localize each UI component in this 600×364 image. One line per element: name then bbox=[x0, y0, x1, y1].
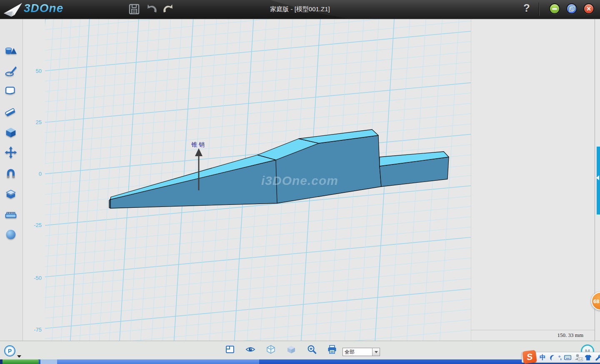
svg-text:-25: -25 bbox=[34, 222, 42, 228]
close-button[interactable]: ✕ bbox=[583, 3, 594, 14]
panel-collapse-strip[interactable] bbox=[597, 147, 600, 214]
sogou-logo-icon[interactable]: S bbox=[522, 350, 537, 364]
ime-mode-toggle[interactable]: 中 bbox=[540, 354, 546, 362]
sketch-icon[interactable] bbox=[5, 65, 17, 77]
profile-corner-button[interactable]: P bbox=[4, 345, 15, 357]
visibility-eye-icon[interactable] bbox=[245, 344, 255, 354]
keyboard-icon[interactable] bbox=[564, 355, 571, 360]
filter-selected-value: 全部 bbox=[343, 348, 372, 356]
window-title: 家庭版 - [模型001.Z1] bbox=[0, 5, 600, 13]
restore-button[interactable] bbox=[566, 3, 577, 14]
collapse-left-arrow-icon[interactable] bbox=[596, 175, 599, 180]
scene-svg[interactable]: 50250-25-50-75 i3DOne.com 锥销 bbox=[23, 19, 600, 341]
model-annotation-label: 锥销 bbox=[191, 141, 206, 148]
restore-icon bbox=[569, 6, 574, 11]
status-cell-border bbox=[471, 330, 595, 330]
wrench-settings-icon[interactable] bbox=[595, 354, 600, 361]
svg-text:0: 0 bbox=[39, 171, 42, 177]
axis-labels: 50250-25-50-75 bbox=[34, 68, 42, 333]
close-icon: ✕ bbox=[586, 6, 591, 12]
left-toolbar bbox=[0, 19, 23, 341]
measurement-readout: 150. 33 mm bbox=[538, 332, 583, 339]
primitives-icon[interactable] bbox=[5, 45, 17, 57]
svg-text:-75: -75 bbox=[34, 327, 42, 333]
watermark-text: i3DOne.com bbox=[261, 174, 338, 187]
help-button[interactable]: ? bbox=[523, 2, 530, 15]
bottom-toolbar: 全部 bbox=[0, 341, 600, 359]
profile-caret-icon[interactable] bbox=[17, 355, 21, 358]
viewport-canvas[interactable]: 50250-25-50-75 i3DOne.com 锥销 bbox=[23, 19, 600, 341]
minimize-icon bbox=[552, 8, 557, 10]
magnet-icon[interactable] bbox=[5, 167, 17, 180]
move-icon[interactable] bbox=[5, 146, 17, 159]
combine-icon[interactable] bbox=[5, 187, 17, 200]
zoom-search-icon[interactable] bbox=[307, 344, 317, 354]
ime-tray-bar: S 中 °, 14 bbox=[522, 352, 600, 363]
moon-icon[interactable] bbox=[549, 354, 555, 361]
start-button-sliver[interactable] bbox=[2, 359, 39, 364]
title-bar: 3DOne 家庭版 - [模型001.Z1] ? ✕ bbox=[0, 0, 600, 19]
filter-dropdown[interactable]: 全部 bbox=[342, 348, 380, 356]
active-task-sliver[interactable] bbox=[57, 359, 259, 364]
chevron-down-icon bbox=[375, 351, 378, 353]
quicklaunch-sliver[interactable] bbox=[40, 359, 57, 364]
print-icon[interactable] bbox=[327, 344, 337, 354]
punctuation-toggle-icon[interactable]: °, bbox=[558, 354, 561, 361]
user-level-badge: 14 bbox=[578, 357, 583, 361]
surface-icon[interactable] bbox=[5, 85, 17, 97]
titlebar-separator bbox=[539, 2, 539, 16]
sweep-icon[interactable] bbox=[5, 106, 17, 119]
svg-text:-50: -50 bbox=[34, 275, 42, 281]
skin-shirt-icon[interactable] bbox=[585, 354, 592, 361]
model-face-left-tip[interactable] bbox=[109, 199, 110, 208]
minimize-button[interactable] bbox=[549, 3, 560, 14]
feature-cube-icon[interactable] bbox=[5, 126, 17, 139]
svg-text:25: 25 bbox=[36, 119, 42, 125]
wireframe-display-icon[interactable] bbox=[266, 344, 276, 354]
render-sphere-icon[interactable] bbox=[5, 228, 17, 241]
shaded-display-icon[interactable] bbox=[286, 344, 296, 354]
svg-text:50: 50 bbox=[36, 68, 42, 74]
user-status-icon[interactable]: 14 bbox=[574, 354, 582, 361]
viewport-layout-icon[interactable] bbox=[225, 344, 235, 354]
right-panel-border bbox=[595, 19, 595, 341]
grid-right-border bbox=[471, 19, 471, 341]
dropdown-arrow-button[interactable] bbox=[372, 348, 380, 356]
measure-icon[interactable] bbox=[5, 208, 17, 220]
os-taskbar bbox=[0, 359, 600, 364]
